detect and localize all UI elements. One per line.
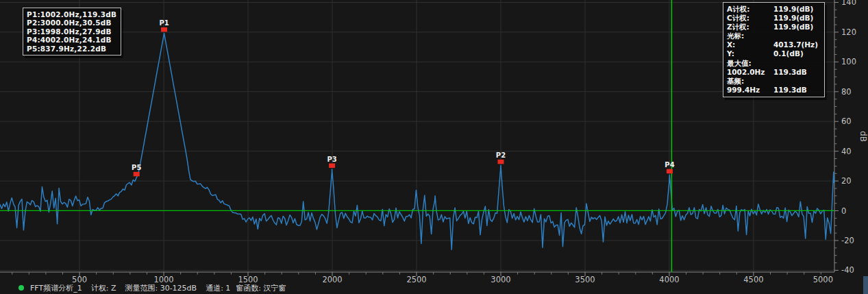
readout-row: 999.4Hz119.3dB: [727, 86, 820, 95]
readout-row: 基频:: [727, 77, 820, 86]
fft-analyzer-screen: 5001000150020002500300035004000450050001…: [0, 0, 868, 294]
readout-value: 119.3dB: [773, 86, 820, 95]
peak-readout-line: P5:837.9Hz,22.2dB: [27, 45, 116, 53]
y-axis-tick-label: 40: [841, 147, 852, 156]
peak-list-box: P1:1002.0Hz,119.3dBP2:3000.0Hz,30.5dBP3:…: [23, 8, 121, 56]
readout-row: 光标:: [727, 32, 820, 40]
x-axis-tick-label: 4000: [659, 275, 679, 284]
x-axis-tick-label: 4500: [743, 275, 763, 284]
readout-value: [773, 77, 820, 86]
readout-row: X:4013.7(Hz): [727, 40, 820, 49]
spectrum-trace: [0, 33, 834, 249]
x-axis-tick-label: 3000: [491, 275, 510, 284]
x-axis-tick-label: 3500: [575, 275, 595, 284]
peak-marker: [134, 172, 140, 177]
readout-label: 1002.0Hz: [727, 68, 773, 77]
channel-status-icon: [18, 285, 24, 291]
y-axis-tick-label: 20: [841, 176, 852, 186]
peak-marker: [329, 163, 335, 168]
peak-marker-label: P4: [665, 161, 674, 169]
y-axis-tick-label: 60: [841, 117, 852, 126]
peak-marker-label: P1: [159, 19, 169, 27]
peak-marker: [667, 169, 673, 174]
readout-label: C计权:: [727, 14, 773, 23]
readout-label: Y:: [727, 49, 773, 58]
y-axis-tick-label: 80: [841, 87, 852, 97]
status-item: FFT频谱分析_1: [30, 284, 82, 293]
readout-value: 119.9(dB): [773, 14, 820, 23]
peak-readout-line: P1:1002.0Hz,119.3dB: [27, 10, 116, 19]
status-item: 计权: Z: [91, 284, 116, 293]
x-axis-tick-label: 2500: [406, 275, 426, 284]
status-bar: FFT频谱分析_1计权: Z测量范围: 30-125dB通道: 1窗函数: 汉宁…: [18, 282, 292, 293]
peak-marker: [161, 27, 167, 32]
readout-row: 最大值:: [727, 59, 820, 68]
readout-value: 119.3dB: [773, 68, 820, 77]
peak-readout-line: P2:3000.0Hz,30.5dB: [27, 19, 116, 27]
readout-value: 4013.7(Hz): [773, 40, 820, 49]
peak-readout-line: P3:1998.0Hz,27.9dB: [27, 27, 116, 36]
y-axis-tick-label: -20: [841, 236, 854, 245]
status-item: 测量范围: 30-125dB: [125, 284, 197, 293]
scrollbar-thumb[interactable]: [863, 276, 868, 294]
readout-label: 999.4Hz: [727, 86, 773, 95]
readout-row: A计权:119.9(dB): [727, 5, 820, 14]
status-item: 窗函数: 汉宁窗: [236, 284, 286, 293]
status-item: 通道: 1: [206, 284, 230, 293]
readout-row: Y:0.1(dB): [727, 49, 820, 58]
y-axis-tick-label: 140: [841, 0, 856, 7]
status-items: FFT频谱分析_1计权: Z测量范围: 30-125dB通道: 1窗函数: 汉宁…: [30, 283, 292, 293]
readout-label: 最大值:: [727, 59, 773, 68]
peak-readout-line: P4:4002.0Hz,24.1dB: [27, 36, 116, 44]
readout-value: 119.9(dB): [773, 5, 820, 14]
readout-value: [773, 59, 820, 68]
y-axis-tick-label: 120: [841, 27, 856, 37]
readout-label: Z计权:: [727, 23, 773, 32]
readout-label: A计权:: [727, 5, 773, 14]
readout-label: X:: [727, 40, 773, 49]
peak-marker: [497, 160, 504, 164]
x-axis-tick-label: 2000: [322, 275, 342, 284]
readout-row: C计权:119.9(dB): [727, 14, 820, 23]
peak-marker-label: P5: [132, 164, 141, 171]
readout-value: [773, 32, 820, 40]
measurement-readout-box: A计权:119.9(dB)C计权:119.9(dB)Z计权:119.9(dB)光…: [723, 2, 825, 97]
y-axis-tick-label: 100: [841, 57, 856, 66]
readout-value: 119.9(dB): [773, 23, 820, 32]
readout-value: 0.1(dB): [773, 49, 820, 58]
y-axis-title: dB: [858, 131, 868, 142]
peak-marker-label: P3: [327, 156, 336, 163]
readout-label: 基频:: [727, 77, 773, 86]
y-axis-tick-label: -40: [841, 265, 854, 275]
readout-row: Z计权:119.9(dB): [727, 23, 820, 32]
x-axis-tick-label: 5000: [813, 275, 833, 284]
readout-label: 光标:: [727, 32, 773, 40]
readout-row: 1002.0Hz119.3dB: [727, 68, 820, 77]
y-axis-tick-label: 0: [841, 206, 846, 216]
peak-marker-label: P2: [496, 151, 506, 159]
